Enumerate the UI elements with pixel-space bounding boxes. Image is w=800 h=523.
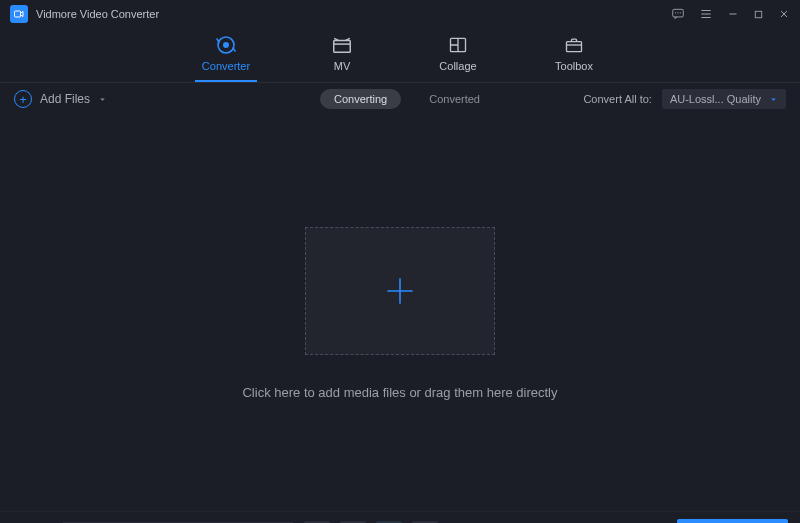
sub-toolbar: + Add Files Converting Converted Convert… bbox=[0, 83, 800, 115]
plus-icon bbox=[381, 272, 419, 310]
chevron-down-icon bbox=[98, 95, 107, 104]
dropzone[interactable] bbox=[305, 227, 495, 355]
svg-rect-7 bbox=[567, 42, 582, 52]
tab-converter[interactable]: Converter bbox=[195, 34, 257, 82]
feedback-icon[interactable] bbox=[671, 7, 685, 21]
titlebar: Vidmore Video Converter bbox=[0, 0, 800, 28]
footer: Save to: C:\Vidmore\Vidmore Video Conver… bbox=[0, 511, 800, 523]
converter-icon bbox=[213, 34, 239, 56]
close-icon[interactable] bbox=[778, 8, 790, 20]
tab-label: Toolbox bbox=[555, 60, 593, 72]
mv-icon bbox=[329, 34, 355, 56]
svg-rect-2 bbox=[755, 11, 761, 17]
svg-rect-0 bbox=[15, 11, 21, 17]
svg-point-4 bbox=[223, 42, 229, 48]
tab-collage[interactable]: Collage bbox=[427, 34, 489, 82]
toolbox-icon bbox=[561, 34, 587, 56]
add-files-button[interactable]: + Add Files bbox=[14, 90, 107, 108]
output-format-value: AU-Lossl... Quality bbox=[670, 93, 761, 105]
svg-rect-5 bbox=[334, 40, 351, 52]
tab-mv[interactable]: MV bbox=[311, 34, 373, 82]
convert-all-button[interactable]: Convert All bbox=[677, 519, 788, 524]
titlebar-left: Vidmore Video Converter bbox=[10, 5, 159, 23]
add-files-label: Add Files bbox=[40, 92, 90, 106]
tab-label: Collage bbox=[439, 60, 476, 72]
tab-toolbox[interactable]: Toolbox bbox=[543, 34, 605, 82]
app-title: Vidmore Video Converter bbox=[36, 8, 159, 20]
tab-label: Converter bbox=[202, 60, 250, 72]
titlebar-right bbox=[671, 7, 790, 21]
minimize-icon[interactable] bbox=[727, 8, 739, 20]
main-tabs: Converter MV Collage Toolbox bbox=[0, 28, 800, 83]
status-segment: Converting Converted bbox=[320, 89, 480, 109]
menu-icon[interactable] bbox=[699, 7, 713, 21]
dropzone-hint: Click here to add media files or drag th… bbox=[242, 385, 557, 400]
maximize-icon[interactable] bbox=[753, 9, 764, 20]
tab-label: MV bbox=[334, 60, 351, 72]
output-format-dropdown[interactable]: AU-Lossl... Quality bbox=[662, 89, 786, 109]
main-area: Click here to add media files or drag th… bbox=[0, 115, 800, 511]
app-logo bbox=[10, 5, 28, 23]
convert-all-to: Convert All to: AU-Lossl... Quality bbox=[583, 89, 786, 109]
segment-converting[interactable]: Converting bbox=[320, 89, 401, 109]
convert-all-to-label: Convert All to: bbox=[583, 93, 651, 105]
chevron-down-icon bbox=[769, 95, 778, 104]
segment-converted[interactable]: Converted bbox=[429, 93, 480, 105]
collage-icon bbox=[445, 34, 471, 56]
plus-circle-icon: + bbox=[14, 90, 32, 108]
